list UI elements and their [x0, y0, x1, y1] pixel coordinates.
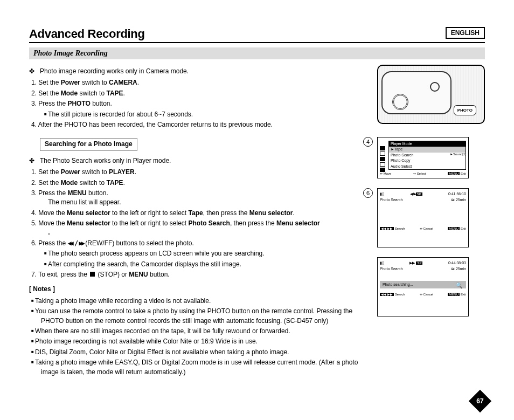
sp-tag: SP	[416, 192, 422, 196]
camcorder-illustration: PHOTO	[377, 65, 485, 124]
timecode-label: 0:44:38:03	[448, 261, 466, 265]
move-icon: ⇔	[380, 172, 383, 175]
tape-icon: 🖭	[451, 267, 455, 271]
tape-remain-label: 25min	[456, 198, 466, 202]
battery-icon: ▮▯	[380, 261, 384, 265]
language-label: ENGLISH	[446, 27, 485, 39]
instructions-column: ✤Photo image recording works only in Cam…	[29, 65, 367, 378]
page-title: Advanced Recording	[29, 27, 485, 43]
photo-search-label: Photo Search	[380, 198, 402, 202]
osd-screen-6a: 6 ▮▯ ◀◀ / ▶▶ SP 0:41:56:10 Photo Search …	[377, 188, 485, 247]
search-keys-tag: ◀◀ ▶▶	[380, 227, 394, 230]
search-keys-tag: ◀◀ ▶▶	[380, 293, 394, 296]
osd-title: Player Mode	[389, 141, 466, 147]
steps-list-b: 1. Set the Power switch to PLAYER. 2. Se…	[29, 168, 367, 279]
intro-line-2: ✤The Photo Search works only in Player m…	[29, 156, 367, 166]
note-cross-icon: ✤	[29, 67, 34, 75]
photo-button-illustration: PHOTO	[454, 105, 476, 115]
step-number-6: 6	[363, 188, 373, 198]
osd-sound-label: ►Sound[1]	[450, 153, 466, 156]
section-title: Photo Image Recording	[29, 47, 485, 59]
intro-line-1: ✤Photo image recording works only in Cam…	[29, 67, 367, 76]
menu-audio-select: Audio Select	[389, 164, 466, 169]
photo-searching-banner: Photo searching... 🔍	[380, 281, 466, 288]
menu-tape: ►Tape	[389, 147, 466, 152]
timecode-label: 0:41:56:10	[448, 192, 466, 196]
notes-list: Taking a photo image while recording a v…	[29, 297, 367, 377]
rew-ff-icon: ◀◀ / ▶▶	[410, 192, 415, 196]
steps-list-a: 1. Set the Power switch to CAMERA. 2. Se…	[29, 78, 367, 129]
notes-header: [ Notes ]	[29, 285, 367, 294]
step-number-4: 4	[363, 137, 373, 147]
menu-tag: MENU	[448, 227, 460, 230]
select-icon: ⇔	[413, 172, 416, 175]
menu-category-icons	[380, 146, 385, 172]
page-number-badge: 67	[469, 390, 491, 412]
stop-icon	[90, 272, 95, 277]
cancel-icon: ⇔	[420, 227, 422, 230]
sp-tag: SP	[416, 261, 422, 265]
menu-photo-copy: Photo Copy	[389, 158, 466, 163]
osd-screen-4: 4 Player Mode ►Tape Photo Search Photo C…	[377, 137, 485, 178]
menu-tag: MENU	[448, 172, 460, 175]
tape-icon: 🖭	[451, 198, 455, 202]
menu-tag: MENU	[448, 293, 460, 296]
tape-remain-label: 25min	[456, 267, 466, 271]
note-cross-icon: ✤	[29, 157, 34, 164]
magnifier-person-icon: 🔍	[455, 282, 463, 289]
battery-icon: ▮▯	[380, 192, 384, 196]
illustration-column: PHOTO 4 Player Mode ►Tape Photo Search P…	[377, 65, 485, 378]
ff-icon: ▶▶	[409, 261, 415, 265]
subheader-searching: Searching for a Photo Image	[40, 138, 137, 150]
cancel-icon: ⇔	[420, 293, 422, 296]
rew-ff-icon: ◀◀ / ▶▶	[67, 239, 84, 247]
photo-search-label: Photo Search	[380, 267, 402, 271]
osd-screen-6b: ▮▯ ▶▶ SP 0:44:38:03 Photo Search 🖭 25min…	[377, 257, 485, 316]
